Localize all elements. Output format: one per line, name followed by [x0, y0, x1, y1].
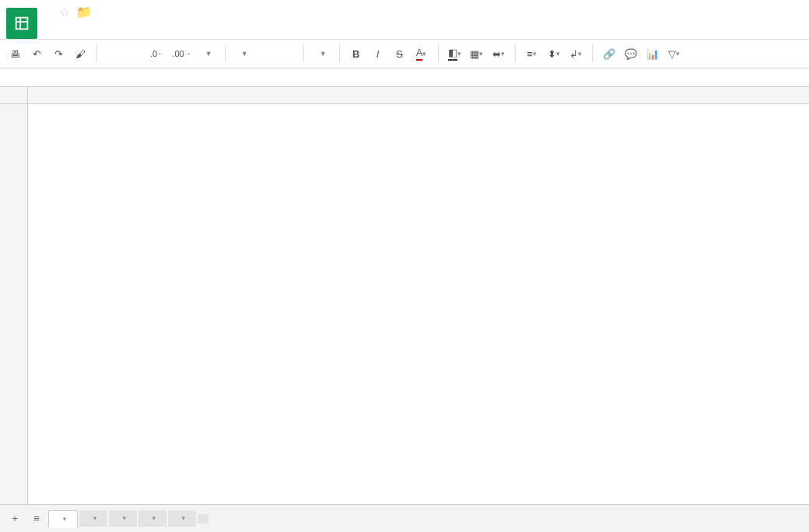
text-color-button[interactable]: A▾ [413, 44, 430, 64]
valign-button[interactable]: ⬍▾ [545, 44, 562, 64]
app-header: ☆ 📁 [0, 0, 809, 39]
filter-button[interactable]: ▽▾ [666, 44, 683, 64]
fill-color-button[interactable]: ◧▾ [447, 44, 464, 64]
decrease-decimal[interactable]: .0← [149, 44, 166, 64]
borders-button[interactable]: ▦▾ [468, 44, 485, 64]
star-icon[interactable]: ☆ [59, 5, 70, 19]
sheet-tab-cut[interactable] [198, 514, 208, 523]
format-currency[interactable] [105, 44, 122, 64]
all-sheets-button[interactable]: ≡ [26, 513, 47, 524]
sheet-tab[interactable]: ▼ [79, 510, 107, 527]
increase-decimal[interactable]: .00→ [170, 44, 192, 64]
column-headers[interactable] [28, 87, 809, 104]
redo-icon[interactable]: ↷ [50, 44, 67, 64]
font-select[interactable]: ▼ [233, 50, 296, 58]
bold-button[interactable]: B [348, 44, 365, 64]
sheet-tab[interactable]: ▼ [109, 510, 137, 527]
print-icon[interactable]: 🖶 [6, 44, 23, 64]
sheet-tab[interactable]: ▼ [138, 510, 166, 527]
undo-icon[interactable]: ↶ [28, 44, 45, 64]
halign-button[interactable]: ≡▾ [524, 44, 541, 64]
sheet-tab-bar: + ≡ ▼ ▼ ▼ ▼ ▼ [0, 504, 809, 532]
merge-button[interactable]: ⬌▾ [490, 44, 507, 64]
wrap-button[interactable]: ↲▾ [567, 44, 584, 64]
add-sheet-button[interactable]: + [5, 513, 25, 524]
format-percent[interactable] [127, 44, 144, 64]
strike-button[interactable]: S [391, 44, 408, 64]
number-format[interactable]: ▼ [198, 50, 217, 58]
sheets-logo [6, 8, 37, 39]
document-title[interactable] [47, 11, 53, 14]
menu-bar [47, 19, 803, 27]
select-all-corner[interactable] [0, 87, 28, 104]
font-size-select[interactable]: ▼ [312, 50, 331, 58]
link-button[interactable]: 🔗 [601, 44, 618, 64]
folder-icon[interactable]: 📁 [76, 5, 92, 19]
sheet-tab-active[interactable]: ▼ [48, 510, 78, 528]
paint-format-icon[interactable]: 🖌 [72, 44, 89, 64]
formula-bar [0, 68, 809, 87]
italic-button[interactable]: I [369, 44, 387, 64]
comment-button[interactable]: 💬 [622, 44, 639, 64]
cells-area[interactable] [28, 104, 809, 504]
toolbar: 🖶 ↶ ↷ 🖌 .0← .00→ ▼ ▼ ▼ B I S A▾ ◧▾ ▦▾ ⬌▾… [0, 39, 809, 68]
row-headers[interactable] [0, 104, 28, 504]
sheet-tab[interactable]: ▼ [168, 510, 196, 527]
spreadsheet-grid[interactable] [0, 87, 809, 504]
chart-button[interactable]: 📊 [644, 44, 661, 64]
